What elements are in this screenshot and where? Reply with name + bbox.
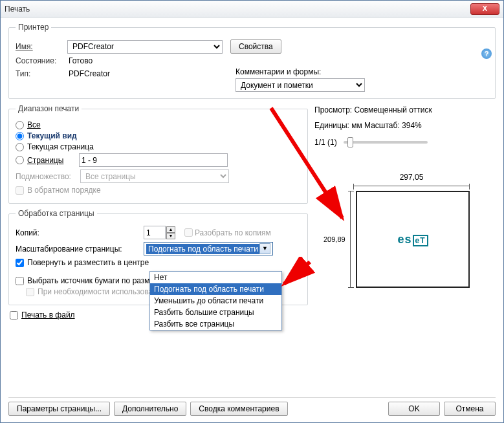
scaling-option-0[interactable]: Нет bbox=[150, 272, 281, 283]
reverse-label: В обратном порядке bbox=[27, 186, 101, 195]
scaling-option-1[interactable]: Подогнать под область печати bbox=[150, 283, 281, 295]
copies-input[interactable] bbox=[144, 226, 166, 239]
status-label: Состояние: bbox=[16, 56, 69, 65]
radio-current-page[interactable] bbox=[16, 143, 24, 151]
print-to-file-checkbox[interactable] bbox=[10, 311, 18, 320]
scaling-option-4[interactable]: Разбить все страницы bbox=[150, 318, 281, 330]
titlebar: Печать X bbox=[1, 1, 503, 17]
copies-label: Копий: bbox=[16, 228, 144, 237]
radio-current-view[interactable] bbox=[16, 132, 24, 140]
collate-checkbox bbox=[184, 228, 193, 237]
type-label: Тип: bbox=[16, 69, 69, 78]
slider-thumb[interactable] bbox=[347, 137, 353, 147]
preview-title: Просмотр: Совмещенный оттиск bbox=[314, 105, 496, 114]
status-value: Готово bbox=[69, 56, 93, 65]
printer-legend: Принтер bbox=[16, 23, 51, 32]
cancel-button[interactable]: Отмена bbox=[444, 402, 496, 416]
name-label: Имя: bbox=[16, 42, 33, 51]
dim-width: 297,05 bbox=[400, 173, 424, 182]
printer-name-select[interactable]: PDFCreator bbox=[67, 40, 223, 54]
subset-select: Все страницы bbox=[80, 169, 229, 183]
radio-current-page-label: Текущая страница bbox=[27, 142, 94, 151]
preview-units: Единицы: мм Масштаб: 394% bbox=[314, 121, 496, 130]
page-setup-button[interactable]: Параметры страницы... bbox=[8, 402, 110, 416]
source-checkbox[interactable] bbox=[16, 277, 24, 285]
pages-input[interactable] bbox=[79, 153, 228, 167]
radio-pages[interactable] bbox=[16, 156, 24, 164]
preview-slider[interactable] bbox=[344, 141, 428, 144]
comments-select[interactable]: Документ и пометки bbox=[236, 78, 365, 92]
print-to-file-label: Печать в файл bbox=[21, 310, 75, 320]
chevron-down-icon[interactable]: ▼ bbox=[259, 243, 270, 254]
radio-all-label: Все bbox=[27, 120, 41, 129]
radio-pages-label: Страницы bbox=[27, 156, 79, 165]
scaling-option-3[interactable]: Разбить большие страницы bbox=[150, 307, 281, 318]
scaling-option-2[interactable]: Уменьшить до области печати bbox=[150, 295, 281, 307]
custom-source-checkbox bbox=[26, 288, 34, 296]
copies-down[interactable]: ▼ bbox=[166, 233, 175, 239]
window-title: Печать bbox=[5, 5, 470, 14]
properties-button[interactable]: Свойства bbox=[230, 39, 281, 54]
range-group: Диапазон печати Все Текущий вид Текущая … bbox=[8, 104, 308, 204]
comments-label: Комментарии и формы: bbox=[236, 67, 488, 76]
copies-up[interactable]: ▲ bbox=[166, 226, 175, 233]
rotate-checkbox[interactable] bbox=[16, 259, 24, 267]
radio-current-view-label: Текущий вид bbox=[27, 131, 77, 140]
help-icon[interactable]: ? bbox=[481, 49, 492, 59]
printer-group: Принтер Имя: PDFCreator Свойства Состоян… bbox=[8, 23, 496, 99]
scaling-label: Масштабирование страницы: bbox=[16, 244, 144, 254]
rotate-label: Повернуть и разместить в центре bbox=[27, 258, 149, 267]
summary-button[interactable]: Сводка комментариев bbox=[190, 402, 287, 416]
range-legend: Диапазон печати bbox=[16, 104, 82, 113]
subset-label: Подмножество: bbox=[16, 172, 80, 181]
handling-legend: Обработка страницы bbox=[16, 209, 97, 218]
preview-page: eseT bbox=[356, 191, 470, 288]
collate-label: Разобрать по копиям bbox=[195, 228, 271, 237]
close-button[interactable]: X bbox=[470, 3, 499, 15]
preview-panel: Просмотр: Совмещенный оттиск Единицы: мм… bbox=[314, 105, 496, 338]
reverse-checkbox bbox=[16, 186, 24, 195]
print-dialog: Печать X ? Принтер Имя: PDFCreator Свойс… bbox=[0, 0, 504, 423]
scaling-dropdown-list[interactable]: Нет Подогнать под область печати Уменьши… bbox=[149, 271, 282, 331]
eset-logo: eseT bbox=[397, 233, 428, 246]
dim-height: 209,89 bbox=[323, 235, 345, 243]
radio-all[interactable] bbox=[16, 121, 24, 129]
scaling-select[interactable]: Подогнать под область печати ▼ bbox=[144, 242, 273, 255]
page-indicator: 1/1 (1) bbox=[314, 138, 337, 147]
ok-button[interactable]: OK bbox=[388, 402, 440, 416]
advanced-button[interactable]: Дополнительно bbox=[114, 402, 186, 416]
type-value: PDFCreator bbox=[69, 69, 110, 78]
